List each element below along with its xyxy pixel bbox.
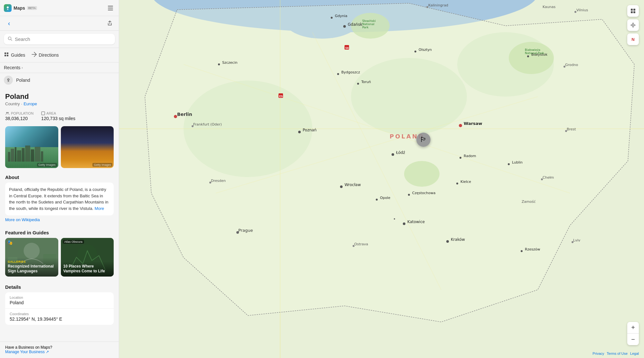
svg-rect-22 bbox=[35, 147, 41, 162]
svg-text:Lviv: Lviv bbox=[573, 238, 581, 242]
svg-rect-121 bbox=[631, 11, 633, 13]
svg-text:Dresden: Dresden bbox=[211, 179, 226, 183]
beta-badge: BETA bbox=[27, 6, 37, 10]
svg-rect-7 bbox=[7, 52, 8, 54]
map-layers-button[interactable] bbox=[627, 5, 639, 17]
svg-point-73 bbox=[376, 199, 378, 201]
svg-rect-19 bbox=[22, 148, 25, 162]
zoom-in-button[interactable]: + bbox=[627, 322, 639, 334]
share-button[interactable] bbox=[105, 18, 115, 28]
guide-card-2-overlay: 10 Places Where Vampires Come to Life bbox=[61, 261, 114, 277]
svg-point-0 bbox=[7, 6, 9, 8]
photo-1[interactable]: Getty Images bbox=[5, 126, 58, 168]
svg-point-13 bbox=[7, 112, 9, 113]
guides-nav-item[interactable]: Guides bbox=[4, 50, 25, 60]
svg-point-97 bbox=[572, 241, 573, 243]
compass-button[interactable]: N bbox=[627, 33, 639, 45]
svg-text:Grodno: Grodno bbox=[565, 63, 578, 67]
svg-point-47 bbox=[446, 240, 449, 243]
svg-rect-18 bbox=[17, 150, 21, 162]
svg-point-124 bbox=[633, 25, 634, 26]
svg-text:Częstochowa: Częstochowa bbox=[412, 191, 435, 195]
svg-text:Łódź: Łódź bbox=[396, 150, 405, 155]
svg-text:Kaunas: Kaunas bbox=[543, 5, 555, 9]
guide-card-2[interactable]: Atlas Obscura 10 Places Where Vampires C… bbox=[61, 238, 114, 277]
svg-rect-16 bbox=[11, 149, 14, 162]
sidebar-toggle-button[interactable] bbox=[106, 4, 115, 13]
svg-text:Chełm: Chełm bbox=[543, 175, 554, 180]
location-detail-row: Location Poland bbox=[5, 292, 114, 309]
guide-card-1[interactable]: 🎭 GALLERIES Recognized International Sig… bbox=[5, 238, 58, 277]
map-attribution: Privacy Terms of Use Legal bbox=[592, 352, 639, 355]
svg-point-106 bbox=[353, 245, 355, 247]
svg-point-55 bbox=[392, 153, 394, 156]
terms-link[interactable]: Terms of Use bbox=[607, 352, 628, 355]
svg-point-104 bbox=[192, 125, 194, 127]
directions-nav-item[interactable]: Directions bbox=[32, 50, 59, 60]
svg-point-77 bbox=[408, 194, 410, 196]
svg-point-87 bbox=[236, 231, 239, 234]
svg-text:Szczecin: Szczecin bbox=[222, 61, 237, 65]
svg-point-95 bbox=[565, 130, 567, 132]
search-input[interactable] bbox=[15, 36, 111, 42]
svg-point-65 bbox=[357, 83, 359, 85]
svg-point-51 bbox=[340, 185, 343, 188]
guide-card-2-title: 10 Places Where Vampires Come to Life bbox=[63, 264, 111, 274]
guide-card-1-label: GALLERIES bbox=[8, 260, 56, 263]
recent-poland-label: Poland bbox=[16, 78, 30, 83]
legal-link[interactable]: Legal bbox=[630, 352, 639, 355]
back-button[interactable]: ‹ bbox=[4, 18, 14, 28]
svg-text:Poznań: Poznań bbox=[303, 128, 317, 132]
svg-point-49 bbox=[343, 25, 346, 28]
recents-label[interactable]: Recents › bbox=[4, 65, 115, 70]
compass-n: N bbox=[631, 37, 634, 42]
svg-text:Słowiński: Słowiński bbox=[362, 19, 376, 23]
svg-point-63 bbox=[218, 63, 220, 65]
map-background: Warsaw Kraków Gdańsk Wrocław Poznań Łódź… bbox=[119, 0, 644, 358]
svg-text:Vilnius: Vilnius bbox=[576, 8, 588, 12]
sidebar: Maps BETA ‹ Gui bbox=[0, 0, 119, 358]
location-button[interactable] bbox=[627, 19, 639, 31]
svg-point-75 bbox=[456, 183, 458, 184]
map-area[interactable]: Warsaw Kraków Gdańsk Wrocław Poznań Łódź… bbox=[119, 0, 644, 358]
svg-rect-14 bbox=[42, 112, 45, 115]
zoom-out-button[interactable]: − bbox=[627, 334, 639, 345]
svg-text:National Park: National Park bbox=[525, 52, 545, 55]
svg-text:Gdynia: Gdynia bbox=[335, 14, 347, 18]
privacy-link[interactable]: Privacy bbox=[592, 352, 604, 355]
svg-text:Brest: Brest bbox=[567, 127, 576, 131]
recent-poland-item[interactable]: Poland bbox=[0, 73, 119, 87]
svg-rect-3 bbox=[108, 10, 113, 10]
app-name: Maps bbox=[14, 5, 25, 11]
directions-label: Directions bbox=[39, 52, 59, 58]
svg-text:Berlin: Berlin bbox=[177, 112, 192, 117]
svg-rect-2 bbox=[108, 8, 113, 8]
svg-point-59 bbox=[403, 222, 405, 225]
poland-flag-marker: 🏳 bbox=[416, 133, 431, 147]
svg-text:Białowieża: Białowieża bbox=[525, 48, 540, 52]
svg-point-69 bbox=[527, 55, 529, 57]
svg-text:Rzeszów: Rzeszów bbox=[525, 247, 540, 251]
details-title: Details bbox=[5, 284, 114, 290]
about-more-link[interactable]: More bbox=[95, 206, 104, 211]
place-region-link[interactable]: Europe bbox=[24, 101, 37, 106]
svg-text:Kraków: Kraków bbox=[451, 237, 465, 242]
featured-title: Featured in Guides bbox=[5, 230, 114, 235]
about-section: About Poland, officially the Republic of… bbox=[0, 171, 119, 226]
search-bar[interactable] bbox=[4, 34, 115, 44]
svg-text:Kaliningrad: Kaliningrad bbox=[428, 3, 448, 7]
svg-text:Katowice: Katowice bbox=[407, 220, 425, 224]
photo-2[interactable]: Getty Images bbox=[61, 126, 114, 168]
svg-rect-119 bbox=[631, 9, 633, 11]
svg-point-102 bbox=[209, 182, 211, 184]
wikipedia-link[interactable]: More on Wikipedia bbox=[5, 215, 114, 222]
coordinates-value: 52.12954° N, 19.39445° E bbox=[10, 316, 109, 322]
svg-text:Prague: Prague bbox=[238, 228, 253, 233]
flag-marker-circle: 🏳 bbox=[416, 133, 431, 147]
coordinates-label: Coordinates bbox=[10, 312, 109, 316]
svg-text:Bydgoszcz: Bydgoszcz bbox=[341, 70, 360, 74]
manage-business-link[interactable]: Manage Your Business ↗ bbox=[5, 350, 114, 354]
svg-point-71 bbox=[521, 250, 523, 252]
location-value: Poland bbox=[10, 300, 109, 305]
svg-point-88 bbox=[459, 125, 461, 127]
